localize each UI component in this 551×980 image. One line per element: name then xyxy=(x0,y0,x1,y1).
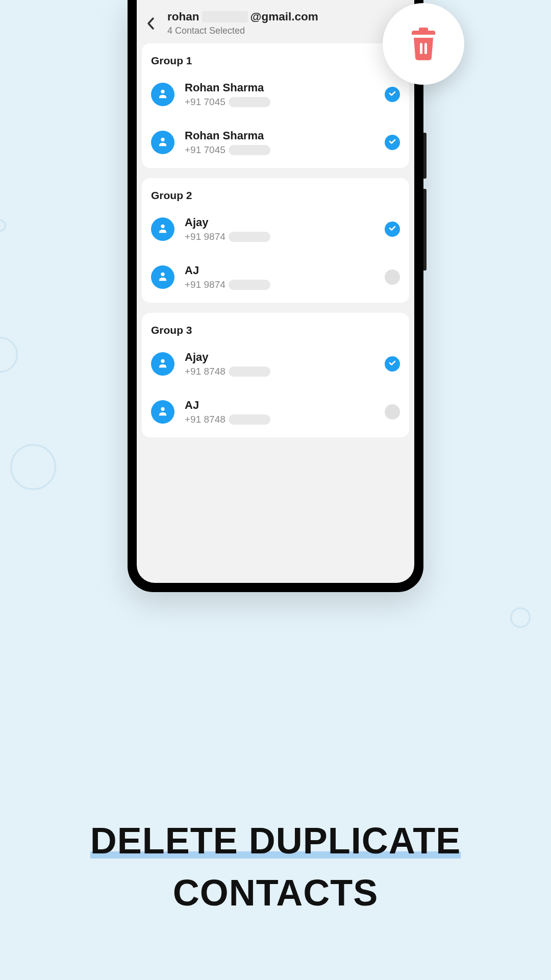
phone-prefix: +91 9874 xyxy=(185,279,226,290)
back-button[interactable] xyxy=(142,14,160,33)
phone-redacted xyxy=(229,366,270,377)
promo-line-2: CONTACTS xyxy=(0,872,551,914)
contact-checkbox[interactable] xyxy=(385,270,400,285)
contact-name: Rohan Sharma xyxy=(185,81,374,94)
group-title: Group 2 xyxy=(151,189,400,202)
person-icon xyxy=(157,405,168,419)
svg-point-5 xyxy=(161,407,164,411)
phone-redacted xyxy=(229,280,270,290)
avatar xyxy=(151,83,174,106)
phone-redacted xyxy=(229,145,270,155)
group-card: Group 2Ajay+91 9874AJ+91 9874 xyxy=(142,178,409,303)
svg-rect-7 xyxy=(424,43,427,54)
contact-name: Ajay xyxy=(185,351,374,364)
contact-phone: +91 9874 xyxy=(185,279,374,290)
phone-side-button xyxy=(423,133,427,179)
contact-name: Ajay xyxy=(185,216,374,229)
phone-side-button xyxy=(423,189,427,271)
phone-prefix: +91 7045 xyxy=(185,96,226,108)
contact-checkbox[interactable] xyxy=(385,87,400,102)
contact-info: Rohan Sharma+91 7045 xyxy=(185,129,374,156)
title-redacted xyxy=(202,11,248,22)
phone-prefix: +91 7045 xyxy=(185,144,226,156)
avatar xyxy=(151,217,174,241)
contact-checkbox[interactable] xyxy=(385,135,400,150)
person-icon xyxy=(157,136,168,149)
phone-redacted xyxy=(229,97,270,107)
contact-name: Rohan Sharma xyxy=(185,129,374,142)
avatar xyxy=(151,352,174,376)
phone-frame: rohan @gmail.com 4 Contact Selected Grou… xyxy=(128,0,423,592)
contact-phone: +91 8748 xyxy=(185,366,374,377)
app-screen: rohan @gmail.com 4 Contact Selected Grou… xyxy=(137,0,414,583)
contact-row[interactable]: Ajay+91 8748 xyxy=(151,344,400,384)
contact-phone: +91 7045 xyxy=(185,144,374,156)
svg-point-0 xyxy=(161,90,164,93)
group-card: Group 1Rohan Sharma+91 7045Rohan Sharma+… xyxy=(142,43,409,168)
check-icon xyxy=(388,89,396,100)
contact-info: AJ+91 9874 xyxy=(185,264,374,290)
contact-info: Rohan Sharma+91 7045 xyxy=(185,81,374,108)
contact-info: Ajay+91 8748 xyxy=(185,351,374,377)
group-card: Group 3Ajay+91 8748AJ+91 8748 xyxy=(142,313,409,437)
contact-row[interactable]: Rohan Sharma+91 7045 xyxy=(151,122,400,163)
header: rohan @gmail.com 4 Contact Selected xyxy=(137,0,414,43)
contact-info: AJ+91 8748 xyxy=(185,399,374,425)
bg-circle xyxy=(510,607,531,628)
avatar xyxy=(151,265,174,289)
phone-redacted xyxy=(229,414,270,425)
avatar xyxy=(151,400,174,424)
contact-phone: +91 9874 xyxy=(185,231,374,242)
person-icon xyxy=(157,223,168,236)
contact-checkbox[interactable] xyxy=(385,222,400,237)
check-icon xyxy=(388,224,396,234)
contact-info: Ajay+91 9874 xyxy=(185,216,374,242)
phone-prefix: +91 8748 xyxy=(185,366,226,377)
group-title: Group 3 xyxy=(151,324,400,336)
content: Group 1Rohan Sharma+91 7045Rohan Sharma+… xyxy=(137,43,414,437)
title-prefix: rohan xyxy=(167,10,199,23)
contact-name: AJ xyxy=(185,264,374,277)
contact-name: AJ xyxy=(185,399,374,412)
bg-circle xyxy=(10,444,56,490)
svg-rect-6 xyxy=(420,43,422,54)
promo-caption: DELETE DUPLICATE CONTACTS xyxy=(0,820,551,914)
bg-circle xyxy=(0,337,18,373)
check-icon xyxy=(388,137,396,148)
avatar xyxy=(151,131,174,154)
svg-point-2 xyxy=(161,225,164,228)
contact-checkbox[interactable] xyxy=(385,356,400,372)
bg-circle xyxy=(0,219,6,232)
delete-button[interactable] xyxy=(383,3,464,85)
group-title: Group 1 xyxy=(151,55,400,67)
page-subtitle: 4 Contact Selected xyxy=(167,26,404,36)
phone-prefix: +91 9874 xyxy=(185,231,226,242)
contact-row[interactable]: Ajay+91 9874 xyxy=(151,209,400,250)
check-icon xyxy=(388,359,396,369)
svg-point-3 xyxy=(161,273,164,276)
svg-point-4 xyxy=(161,359,164,363)
header-text: rohan @gmail.com 4 Contact Selected xyxy=(167,10,404,36)
contact-phone: +91 8748 xyxy=(185,414,374,425)
contact-checkbox[interactable] xyxy=(385,404,400,420)
person-icon xyxy=(157,357,168,371)
title-suffix: @gmail.com xyxy=(251,10,318,23)
contact-row[interactable]: Rohan Sharma+91 7045 xyxy=(151,74,400,115)
promo-line-1: DELETE DUPLICATE xyxy=(90,820,461,862)
page-title: rohan @gmail.com xyxy=(167,10,404,23)
svg-point-1 xyxy=(161,138,164,141)
phone-redacted xyxy=(229,232,270,242)
contact-phone: +91 7045 xyxy=(185,96,374,108)
trash-icon xyxy=(408,27,439,61)
contact-row[interactable]: AJ+91 8748 xyxy=(151,391,400,432)
person-icon xyxy=(157,88,168,101)
person-icon xyxy=(157,271,168,284)
contact-row[interactable]: AJ+91 9874 xyxy=(151,257,400,298)
phone-prefix: +91 8748 xyxy=(185,414,226,425)
chevron-left-icon xyxy=(146,16,156,31)
